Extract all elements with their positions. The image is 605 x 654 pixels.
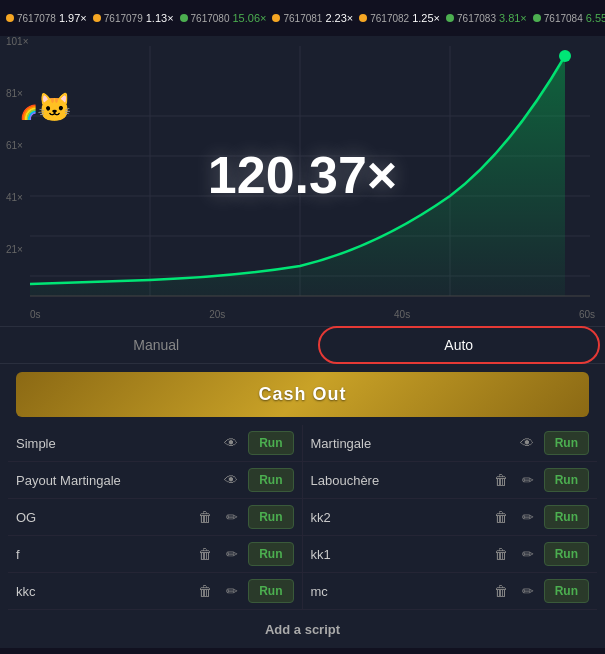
status-dot-4	[272, 14, 280, 22]
game-item-6[interactable]: 7617083 3.81×	[446, 12, 527, 24]
run-button-labouchere[interactable]: Run	[544, 468, 589, 492]
edit-icon-kk2[interactable]: ✏	[518, 507, 538, 527]
scripts-left-col: Simple 👁 Run Payout Martingale 👁 Run	[8, 425, 303, 609]
edit-icon-kk1[interactable]: ✏	[518, 544, 538, 564]
scripts-columns: Simple 👁 Run Payout Martingale 👁 Run	[8, 425, 597, 609]
script-actions-simple: 👁 Run	[220, 431, 293, 455]
script-actions-f: 🗑 ✏ Run	[194, 542, 293, 566]
game-item-7[interactable]: 7617084 6.55×	[533, 12, 605, 24]
add-script-label: Add a script	[265, 622, 340, 637]
script-row-martingale: Martingale 👁 Run	[303, 425, 598, 462]
script-actions-kk2: 🗑 ✏ Run	[490, 505, 589, 529]
scripts-right-col: Martingale 👁 Run Labouchère 🗑 ✏ Run	[303, 425, 598, 609]
run-button-og[interactable]: Run	[248, 505, 293, 529]
edit-icon-labouchere[interactable]: ✏	[518, 470, 538, 490]
tab-manual-label: Manual	[133, 337, 179, 353]
script-name-kk2: kk2	[311, 510, 490, 525]
y-label-101: 101×	[6, 36, 29, 47]
top-bar: 7617078 1.97× 7617079 1.13× 7617080 15.0…	[0, 0, 605, 36]
game-id-6: 7617083	[457, 13, 496, 24]
tabs-container: Manual Auto	[0, 327, 605, 364]
y-label-41: 41×	[6, 192, 29, 203]
game-item-4[interactable]: 7617081 2.23×	[272, 12, 353, 24]
tab-auto-container[interactable]: Auto	[313, 327, 606, 363]
edit-icon-mc[interactable]: ✏	[518, 581, 538, 601]
scripts-list: Simple 👁 Run Payout Martingale 👁 Run	[0, 425, 605, 648]
script-name-labouchere: Labouchère	[311, 473, 490, 488]
run-button-payout-martingale[interactable]: Run	[248, 468, 293, 492]
script-row-kk1: kk1 🗑 ✏ Run	[303, 536, 598, 573]
x-label-60: 60s	[579, 309, 595, 320]
x-label-20: 20s	[209, 309, 225, 320]
x-label-0: 0s	[30, 309, 41, 320]
eye-icon-payout-martingale[interactable]: 👁	[220, 470, 242, 490]
script-actions-martingale: 👁 Run	[516, 431, 589, 455]
multiplier-7: 6.55×	[586, 12, 605, 24]
status-dot-7	[533, 14, 541, 22]
game-item-2[interactable]: 7617079 1.13×	[93, 12, 174, 24]
run-button-martingale[interactable]: Run	[544, 431, 589, 455]
footer-disclaimer: ℹ Use of script is optional and players …	[0, 648, 605, 654]
game-area: 101× 81× 61× 41× 21× 0s 20s 40s 60s 🌈🐱 1…	[0, 36, 605, 326]
edit-icon-kkc[interactable]: ✏	[222, 581, 242, 601]
run-button-simple[interactable]: Run	[248, 431, 293, 455]
run-button-mc[interactable]: Run	[544, 579, 589, 603]
cat-mascot: 🌈🐱	[20, 84, 72, 126]
game-id-2: 7617079	[104, 13, 143, 24]
script-row-labouchere: Labouchère 🗑 ✏ Run	[303, 462, 598, 499]
trash-icon-kk2[interactable]: 🗑	[490, 507, 512, 527]
add-script-row: Add a script	[8, 609, 597, 648]
status-dot-6	[446, 14, 454, 22]
script-row-payout-martingale: Payout Martingale 👁 Run	[8, 462, 302, 499]
game-id-5: 7617082	[370, 13, 409, 24]
x-label-40: 40s	[394, 309, 410, 320]
script-row-mc: mc 🗑 ✏ Run	[303, 573, 598, 609]
script-name-simple: Simple	[16, 436, 220, 451]
script-row-f: f 🗑 ✏ Run	[8, 536, 302, 573]
script-actions-kk1: 🗑 ✏ Run	[490, 542, 589, 566]
game-id-3: 7617080	[191, 13, 230, 24]
trash-icon-f[interactable]: 🗑	[194, 544, 216, 564]
script-row-kkc: kkc 🗑 ✏ Run	[8, 573, 302, 609]
cashout-button[interactable]: Cash Out	[16, 372, 589, 417]
script-name-kkc: kkc	[16, 584, 194, 599]
run-button-kk1[interactable]: Run	[544, 542, 589, 566]
game-item-5[interactable]: 7617082 1.25×	[359, 12, 440, 24]
game-item-3[interactable]: 7617080 15.06×	[180, 12, 267, 24]
svg-point-8	[559, 50, 571, 62]
current-multiplier: 120.37×	[208, 146, 397, 204]
eye-icon-simple[interactable]: 👁	[220, 433, 242, 453]
eye-icon-martingale[interactable]: 👁	[516, 433, 538, 453]
trash-icon-og[interactable]: 🗑	[194, 507, 216, 527]
script-actions-payout-martingale: 👁 Run	[220, 468, 293, 492]
edit-icon-f[interactable]: ✏	[222, 544, 242, 564]
trash-icon-kk1[interactable]: 🗑	[490, 544, 512, 564]
cashout-button-label: Cash Out	[258, 384, 346, 404]
multiplier-6: 3.81×	[499, 12, 527, 24]
trash-icon-mc[interactable]: 🗑	[490, 581, 512, 601]
script-actions-mc: 🗑 ✏ Run	[490, 579, 589, 603]
game-id-4: 7617081	[283, 13, 322, 24]
status-dot-5	[359, 14, 367, 22]
script-row-og: OG 🗑 ✏ Run	[8, 499, 302, 536]
status-dot-2	[93, 14, 101, 22]
run-button-f[interactable]: Run	[248, 542, 293, 566]
script-name-payout-martingale: Payout Martingale	[16, 473, 220, 488]
multiplier-display: 120.37×	[208, 145, 397, 205]
status-dot-1	[6, 14, 14, 22]
trash-icon-kkc[interactable]: 🗑	[194, 581, 216, 601]
game-id-7: 7617084	[544, 13, 583, 24]
add-script-button[interactable]: Add a script	[265, 622, 340, 637]
run-button-kkc[interactable]: Run	[248, 579, 293, 603]
controls-area: Manual Auto Cash Out Simple 👁 Run	[0, 326, 605, 648]
x-axis-labels: 0s 20s 40s 60s	[30, 309, 595, 320]
status-dot-3	[180, 14, 188, 22]
run-button-kk2[interactable]: Run	[544, 505, 589, 529]
tab-manual[interactable]: Manual	[0, 327, 313, 363]
trash-icon-labouchere[interactable]: 🗑	[490, 470, 512, 490]
script-name-kk1: kk1	[311, 547, 490, 562]
edit-icon-og[interactable]: ✏	[222, 507, 242, 527]
script-name-f: f	[16, 547, 194, 562]
game-item-1[interactable]: 7617078 1.97×	[6, 12, 87, 24]
script-actions-labouchere: 🗑 ✏ Run	[490, 468, 589, 492]
